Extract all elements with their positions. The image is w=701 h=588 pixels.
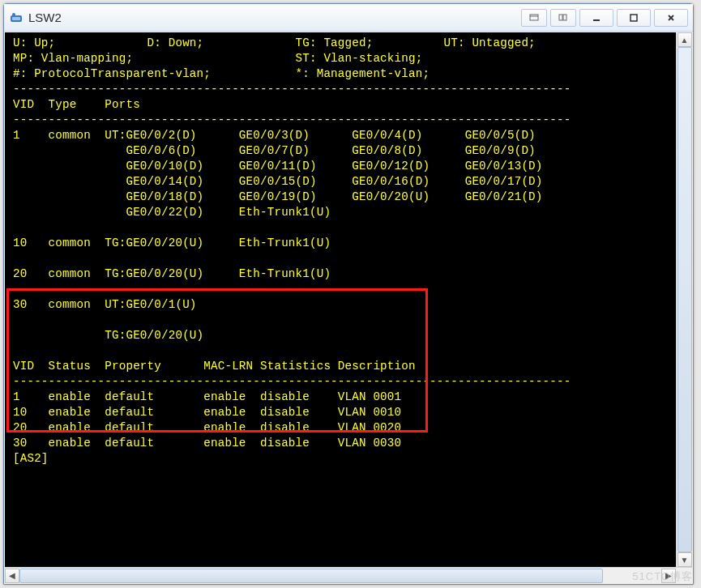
svg-rect-1 bbox=[12, 17, 20, 20]
port-row: GE0/0/6(D) GE0/0/7(D) GE0/0/8(D) GE0/0/9… bbox=[13, 144, 536, 157]
window-title: LSW2 bbox=[28, 11, 521, 24]
legend-line: #: ProtocolTransparent-vlan; *: Manageme… bbox=[13, 67, 430, 80]
port-row: GE0/0/22(D) Eth-Trunk1(U) bbox=[13, 206, 331, 219]
terminal[interactable]: U: Up; D: Down; TG: Tagged; UT: Untagged… bbox=[5, 32, 676, 567]
app-icon bbox=[9, 11, 24, 25]
divider: ----------------------------------------… bbox=[13, 375, 571, 388]
table-header: VID Status Property MAC-LRN Statistics D… bbox=[13, 360, 416, 373]
status-row: 30 enable default enable disable VLAN 00… bbox=[13, 437, 401, 450]
maximize-button[interactable] bbox=[617, 9, 651, 27]
legend-line: MP: Vlan-mapping; ST: Vlan-stacking; bbox=[13, 52, 422, 65]
scroll-track[interactable] bbox=[677, 47, 692, 552]
minimize-button[interactable] bbox=[579, 9, 613, 27]
svg-rect-3 bbox=[530, 15, 538, 20]
terminal-wrap: U: Up; D: Down; TG: Tagged; UT: Untagged… bbox=[5, 32, 692, 567]
status-row: 10 enable default enable disable VLAN 00… bbox=[13, 406, 401, 419]
port-row: 20 common TG:GE0/0/20(U) Eth-Trunk1(U) bbox=[13, 267, 331, 280]
window-controls bbox=[521, 9, 688, 27]
port-row: 30 common UT:GE0/0/1(U) bbox=[13, 298, 197, 311]
svg-rect-5 bbox=[559, 15, 562, 20]
svg-rect-6 bbox=[563, 15, 566, 20]
status-row: 20 enable default enable disable VLAN 00… bbox=[13, 421, 401, 434]
vertical-scrollbar[interactable]: ▲ ▼ bbox=[676, 32, 692, 567]
close-button[interactable] bbox=[654, 9, 688, 27]
app-window: LSW2 U: Up; D: Down; TG: Tagged; bbox=[3, 3, 694, 585]
port-row: 10 common TG:GE0/0/20(U) Eth-Trunk1(U) bbox=[13, 236, 331, 249]
scroll-track[interactable] bbox=[19, 569, 661, 583]
client-area: U: Up; D: Down; TG: Tagged; UT: Untagged… bbox=[4, 32, 693, 584]
port-row: GE0/0/14(D) GE0/0/15(D) GE0/0/16(D) GE0/… bbox=[13, 175, 543, 188]
custom-button-1[interactable] bbox=[521, 9, 547, 27]
scroll-thumb[interactable] bbox=[19, 569, 603, 583]
svg-point-2 bbox=[12, 13, 15, 16]
scroll-left-arrow-icon[interactable]: ◀ bbox=[5, 569, 19, 583]
prompt: [AS2] bbox=[13, 452, 49, 465]
divider: ----------------------------------------… bbox=[13, 83, 571, 96]
port-row: GE0/0/10(D) GE0/0/11(D) GE0/0/12(D) GE0/… bbox=[13, 160, 543, 173]
scroll-down-arrow-icon[interactable]: ▼ bbox=[677, 552, 692, 567]
port-row: 1 common UT:GE0/0/2(D) GE0/0/3(D) GE0/0/… bbox=[13, 129, 536, 142]
titlebar[interactable]: LSW2 bbox=[4, 4, 693, 32]
svg-rect-8 bbox=[630, 15, 637, 21]
port-row: GE0/0/18(D) GE0/0/19(D) GE0/0/20(U) GE0/… bbox=[13, 190, 543, 203]
legend-line: U: Up; D: Down; TG: Tagged; UT: Untagged… bbox=[13, 36, 536, 49]
watermark: 51CTO博客 bbox=[632, 569, 693, 584]
port-row: TG:GE0/0/20(U) bbox=[13, 329, 203, 342]
horizontal-scrollbar[interactable]: ◀ ▶ bbox=[5, 567, 692, 583]
scroll-thumb[interactable] bbox=[677, 47, 692, 552]
scroll-up-arrow-icon[interactable]: ▲ bbox=[677, 32, 692, 47]
table-header: VID Type Ports bbox=[13, 98, 140, 111]
custom-button-2[interactable] bbox=[550, 9, 576, 27]
status-row: 1 enable default enable disable VLAN 000… bbox=[13, 390, 401, 403]
divider: ----------------------------------------… bbox=[13, 113, 571, 126]
